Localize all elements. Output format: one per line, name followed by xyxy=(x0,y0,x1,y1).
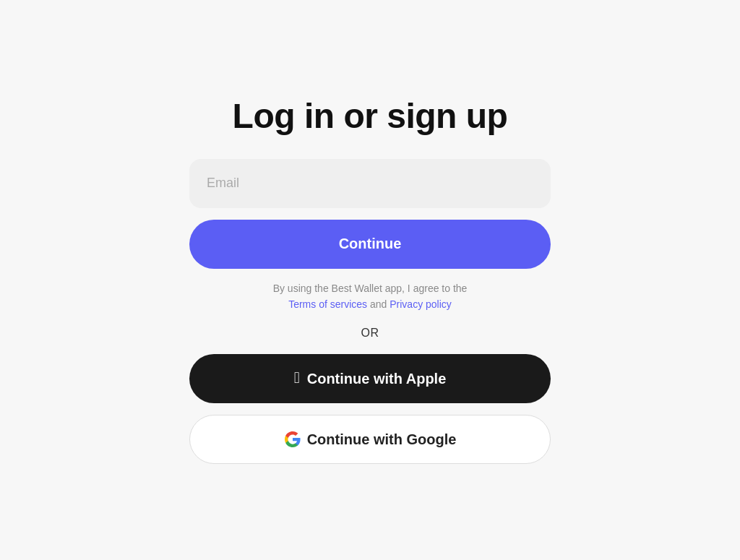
terms-text: By using the Best Wallet app, I agree to… xyxy=(273,280,468,313)
email-input[interactable] xyxy=(189,159,551,208)
page-title: Log in or sign up xyxy=(233,96,508,136)
google-button-label: Continue with Google xyxy=(307,431,457,448)
continue-with-google-button[interactable]: Continue with Google xyxy=(189,415,551,464)
login-container: Log in or sign up Continue By using the … xyxy=(189,96,551,465)
apple-button-label: Continue with Apple xyxy=(307,371,447,387)
google-icon xyxy=(284,431,301,448)
apple-icon:  xyxy=(294,370,300,386)
continue-button[interactable]: Continue xyxy=(189,220,551,269)
or-divider: OR xyxy=(361,327,379,340)
privacy-policy-link[interactable]: Privacy policy xyxy=(390,298,452,310)
continue-with-apple-button[interactable]:  Continue with Apple xyxy=(189,354,551,403)
terms-of-service-link[interactable]: Terms of services xyxy=(288,298,367,310)
